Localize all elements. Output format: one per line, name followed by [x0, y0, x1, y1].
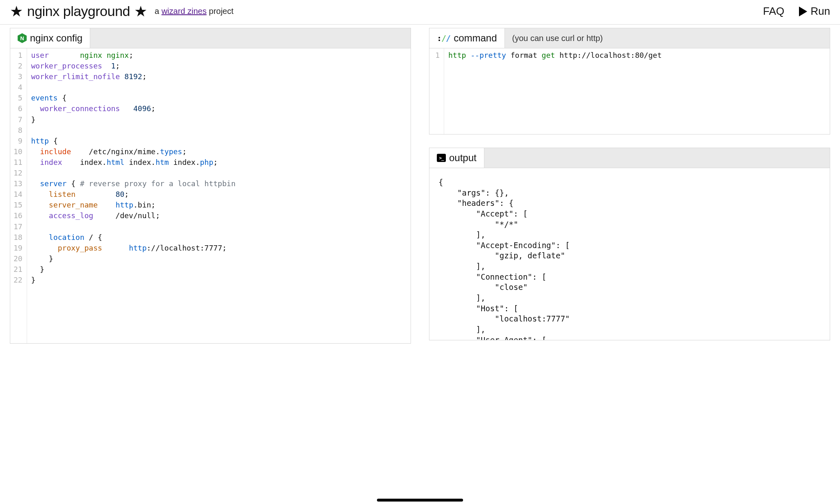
command-tab-label: command [454, 32, 497, 44]
command-editor[interactable]: 1 http --pretty format get http://localh… [429, 48, 830, 135]
terminal-icon [437, 154, 446, 162]
star-icon: ★ [10, 4, 23, 19]
header: ★ nginx playground ★ a wizard zines proj… [0, 0, 840, 25]
command-code[interactable]: http --pretty format get http://localhos… [444, 48, 666, 134]
play-icon [799, 7, 807, 16]
star-icon: ★ [134, 4, 147, 19]
title-wrap: ★ nginx playground ★ [10, 3, 147, 19]
right-column: :// command (you can use curl or http) 1… [429, 25, 830, 344]
config-gutter: 12345678910111213141516171819202122 [10, 48, 27, 343]
run-label: Run [810, 5, 830, 18]
http-icon: :// [437, 33, 450, 43]
header-actions: FAQ Run [763, 5, 830, 18]
byline: a wizard zines project [155, 7, 233, 16]
run-button[interactable]: Run [799, 5, 830, 18]
command-hint: (you can use curl or http) [505, 34, 610, 43]
config-editor[interactable]: 12345678910111213141516171819202122 user… [10, 48, 411, 344]
output-tab[interactable]: output [429, 148, 484, 168]
output-panel: output { "args": {}, "headers": { "Accep… [429, 148, 830, 340]
config-panel-head: nginx config [10, 28, 411, 48]
page-title: nginx playground [27, 3, 130, 19]
command-tab[interactable]: :// command [429, 28, 505, 48]
byline-link[interactable]: wizard zines [162, 7, 207, 16]
config-tab-label: nginx config [30, 32, 82, 44]
output-body[interactable]: { "args": {}, "headers": { "Accept": [ "… [429, 168, 830, 340]
output-tab-label: output [449, 152, 477, 164]
byline-prefix: a [155, 7, 162, 16]
command-panel-head: :// command (you can use curl or http) [429, 28, 830, 48]
byline-suffix: project [207, 7, 234, 16]
command-panel: :// command (you can use curl or http) 1… [429, 28, 830, 135]
config-panel: nginx config 123456789101112131415161718… [10, 28, 411, 344]
command-gutter: 1 [429, 48, 444, 134]
main: nginx config 123456789101112131415161718… [0, 25, 840, 344]
nginx-icon [18, 33, 27, 43]
output-panel-head: output [429, 148, 830, 168]
faq-link[interactable]: FAQ [763, 5, 784, 18]
config-code[interactable]: user nginx nginx;worker_processes 1;work… [27, 48, 240, 343]
config-tab[interactable]: nginx config [10, 28, 90, 48]
